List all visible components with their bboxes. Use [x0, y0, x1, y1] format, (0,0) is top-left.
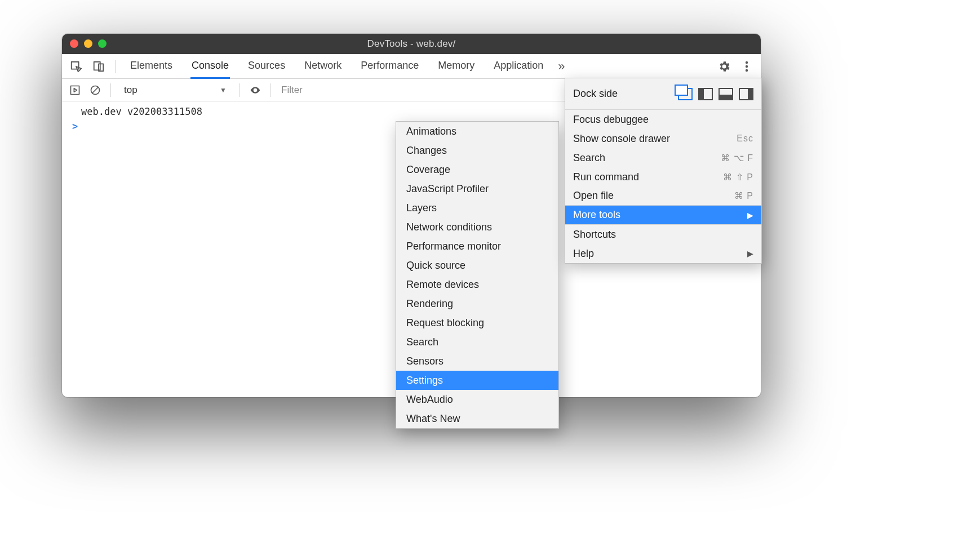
- menu-item-label: Search: [573, 152, 715, 164]
- submenu-item-sensors[interactable]: Sensors: [396, 352, 558, 371]
- submenu-item-coverage[interactable]: Coverage: [396, 160, 558, 179]
- menu-item-focus-debuggee[interactable]: Focus debuggee: [565, 110, 761, 129]
- execution-context-label: top: [124, 85, 138, 96]
- main-menu: Dock side Focus debuggeeShow console dra…: [565, 78, 762, 264]
- submenu-arrow-icon: ▶: [747, 249, 753, 258]
- filter-field[interactable]: [279, 82, 459, 98]
- svg-line-9: [92, 87, 98, 93]
- more-tabs-button[interactable]: »: [555, 59, 568, 74]
- submenu-item-webaudio[interactable]: WebAudio: [396, 390, 558, 409]
- main-toolbar: ElementsConsoleSourcesNetworkPerformance…: [62, 54, 761, 79]
- submenu-item-javascript-profiler[interactable]: JavaScript Profiler: [396, 179, 558, 198]
- menu-item-label: Focus debuggee: [573, 114, 753, 126]
- menu-item-label: Help: [573, 248, 742, 260]
- tab-network[interactable]: Network: [303, 54, 343, 79]
- execution-play-icon[interactable]: [68, 83, 82, 97]
- toolbar-separator: [110, 83, 111, 97]
- menu-item-label: Show console drawer: [573, 133, 731, 145]
- svg-rect-1: [94, 61, 100, 70]
- submenu-item-rendering[interactable]: Rendering: [396, 294, 558, 313]
- tab-memory[interactable]: Memory: [437, 54, 476, 79]
- chevron-down-icon: ▼: [220, 86, 227, 94]
- devtools-window: DevTools - web.dev/ ElementsConsoleSourc…: [62, 34, 761, 397]
- minimize-window-button[interactable]: [84, 39, 92, 48]
- menu-item-shortcut: ⌘ P: [734, 190, 753, 201]
- window-controls: [70, 39, 107, 48]
- filter-input[interactable]: [279, 82, 459, 98]
- toolbar-separator: [270, 83, 271, 97]
- menu-item-search[interactable]: Search⌘ ⌥ F: [565, 148, 761, 167]
- close-window-button[interactable]: [70, 39, 78, 48]
- dock-side-label: Dock side: [573, 88, 672, 100]
- menu-item-label: Shortcuts: [573, 229, 753, 241]
- tab-performance[interactable]: Performance: [360, 54, 420, 79]
- submenu-item-remote-devices[interactable]: Remote devices: [396, 275, 558, 294]
- dock-side-row: Dock side: [565, 78, 761, 110]
- menu-item-open-file[interactable]: Open file⌘ P: [565, 186, 761, 206]
- toolbar-separator: [239, 83, 240, 97]
- submenu-item-animations[interactable]: Animations: [396, 122, 558, 141]
- execution-context-selector[interactable]: top ▼: [119, 82, 232, 99]
- dock-side-options: [678, 88, 753, 100]
- submenu-item-quick-source[interactable]: Quick source: [396, 256, 558, 275]
- submenu-item-settings[interactable]: Settings: [396, 371, 558, 390]
- dock-left-icon[interactable]: [698, 88, 713, 100]
- svg-rect-6: [71, 86, 79, 94]
- menu-item-help[interactable]: Help▶: [565, 244, 761, 263]
- settings-gear-icon[interactable]: [717, 59, 731, 74]
- menu-item-shortcut: ⌘ ⇧ P: [723, 172, 753, 183]
- submenu-item-performance-monitor[interactable]: Performance monitor: [396, 237, 558, 256]
- submenu-item-request-blocking[interactable]: Request blocking: [396, 313, 558, 332]
- menu-item-shortcut: Esc: [737, 134, 753, 144]
- dock-right-icon[interactable]: [739, 88, 753, 100]
- menu-item-more-tools[interactable]: More tools▶: [565, 206, 761, 225]
- titlebar: DevTools - web.dev/: [62, 34, 761, 54]
- tab-console[interactable]: Console: [190, 54, 230, 79]
- svg-rect-0: [72, 61, 79, 69]
- dock-undock-icon[interactable]: [678, 88, 693, 100]
- menu-item-label: Open file: [573, 190, 729, 202]
- svg-point-5: [746, 69, 748, 71]
- submenu-item-changes[interactable]: Changes: [396, 141, 558, 160]
- dock-bottom-icon[interactable]: [718, 88, 733, 100]
- panel-tabs: ElementsConsoleSourcesNetworkPerformance…: [125, 54, 544, 79]
- tab-elements[interactable]: Elements: [129, 54, 174, 79]
- tab-sources[interactable]: Sources: [247, 54, 286, 79]
- menu-item-show-console-drawer[interactable]: Show console drawerEsc: [565, 129, 761, 148]
- window-title: DevTools - web.dev/: [62, 38, 761, 50]
- svg-marker-7: [74, 88, 77, 92]
- submenu-arrow-icon: ▶: [747, 211, 753, 220]
- toolbar-separator: [115, 60, 116, 73]
- inspect-element-icon[interactable]: [69, 59, 83, 74]
- submenu-item-what's-new[interactable]: What's New: [396, 409, 558, 428]
- zoom-window-button[interactable]: [98, 39, 107, 48]
- submenu-item-network-conditions[interactable]: Network conditions: [396, 217, 558, 237]
- kebab-menu-icon[interactable]: [739, 59, 754, 74]
- menu-item-shortcuts[interactable]: Shortcuts: [565, 225, 761, 244]
- clear-console-icon[interactable]: [88, 83, 103, 97]
- submenu-item-layers[interactable]: Layers: [396, 198, 558, 217]
- device-toolbar-icon[interactable]: [91, 59, 106, 74]
- live-expression-eye-icon[interactable]: [248, 83, 263, 97]
- submenu-item-search[interactable]: Search: [396, 332, 558, 352]
- tab-application[interactable]: Application: [493, 54, 544, 79]
- more-tools-submenu: AnimationsChangesCoverageJavaScript Prof…: [396, 121, 559, 429]
- menu-item-label: Run command: [573, 171, 717, 183]
- menu-item-shortcut: ⌘ ⌥ F: [721, 153, 753, 163]
- menu-item-run-command[interactable]: Run command⌘ ⇧ P: [565, 167, 761, 186]
- svg-point-3: [746, 61, 748, 63]
- svg-point-4: [746, 65, 748, 67]
- menu-item-label: More tools: [573, 209, 742, 221]
